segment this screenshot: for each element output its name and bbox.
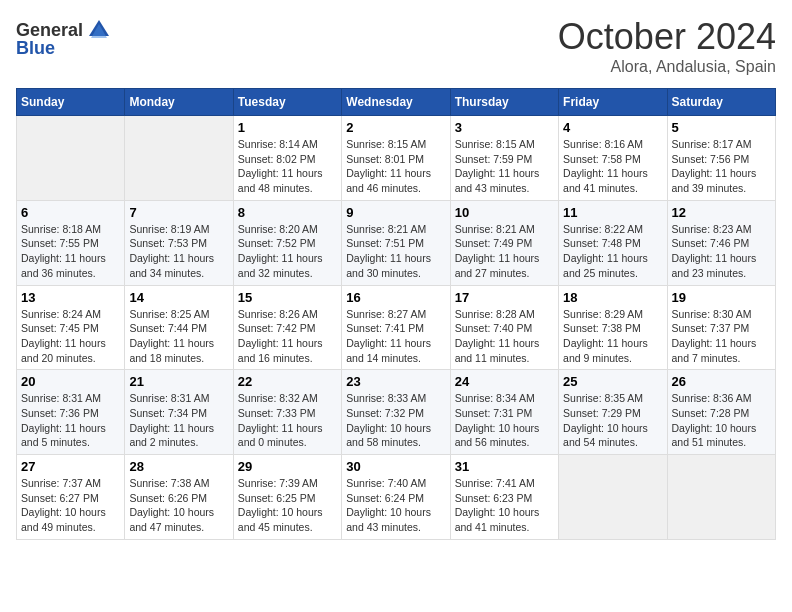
day-info: Sunrise: 8:19 AM Sunset: 7:53 PM Dayligh…: [129, 222, 228, 281]
calendar-cell: 8 Sunrise: 8:20 AM Sunset: 7:52 PM Dayli…: [233, 200, 341, 285]
day-number: 18: [563, 290, 662, 305]
sunset-text: Sunset: 7:28 PM: [672, 407, 750, 419]
sunrise-text: Sunrise: 7:40 AM: [346, 477, 426, 489]
sunset-text: Sunset: 6:24 PM: [346, 492, 424, 504]
calendar-cell: 16 Sunrise: 8:27 AM Sunset: 7:41 PM Dayl…: [342, 285, 450, 370]
sunset-text: Sunset: 7:52 PM: [238, 237, 316, 249]
calendar-cell: 4 Sunrise: 8:16 AM Sunset: 7:58 PM Dayli…: [559, 116, 667, 201]
daylight-text: Daylight: 11 hours and 32 minutes.: [238, 252, 323, 279]
calendar-cell: 2 Sunrise: 8:15 AM Sunset: 8:01 PM Dayli…: [342, 116, 450, 201]
day-number: 3: [455, 120, 554, 135]
day-number: 31: [455, 459, 554, 474]
calendar-cell: 26 Sunrise: 8:36 AM Sunset: 7:28 PM Dayl…: [667, 370, 775, 455]
sunrise-text: Sunrise: 7:39 AM: [238, 477, 318, 489]
daylight-text: Daylight: 10 hours and 41 minutes.: [455, 506, 540, 533]
day-info: Sunrise: 8:27 AM Sunset: 7:41 PM Dayligh…: [346, 307, 445, 366]
sunset-text: Sunset: 7:38 PM: [563, 322, 641, 334]
day-info: Sunrise: 8:34 AM Sunset: 7:31 PM Dayligh…: [455, 391, 554, 450]
calendar-cell: 9 Sunrise: 8:21 AM Sunset: 7:51 PM Dayli…: [342, 200, 450, 285]
daylight-text: Daylight: 11 hours and 34 minutes.: [129, 252, 214, 279]
day-info: Sunrise: 8:28 AM Sunset: 7:40 PM Dayligh…: [455, 307, 554, 366]
day-number: 27: [21, 459, 120, 474]
sunset-text: Sunset: 7:29 PM: [563, 407, 641, 419]
daylight-text: Daylight: 11 hours and 16 minutes.: [238, 337, 323, 364]
sunrise-text: Sunrise: 8:15 AM: [455, 138, 535, 150]
day-number: 15: [238, 290, 337, 305]
sunrise-text: Sunrise: 8:21 AM: [455, 223, 535, 235]
calendar-cell: 15 Sunrise: 8:26 AM Sunset: 7:42 PM Dayl…: [233, 285, 341, 370]
sunset-text: Sunset: 8:01 PM: [346, 153, 424, 165]
daylight-text: Daylight: 11 hours and 18 minutes.: [129, 337, 214, 364]
sunrise-text: Sunrise: 8:30 AM: [672, 308, 752, 320]
calendar-cell: 29 Sunrise: 7:39 AM Sunset: 6:25 PM Dayl…: [233, 455, 341, 540]
sunset-text: Sunset: 7:45 PM: [21, 322, 99, 334]
sunset-text: Sunset: 7:58 PM: [563, 153, 641, 165]
sunrise-text: Sunrise: 8:32 AM: [238, 392, 318, 404]
day-number: 9: [346, 205, 445, 220]
daylight-text: Daylight: 10 hours and 51 minutes.: [672, 422, 757, 449]
sunset-text: Sunset: 7:31 PM: [455, 407, 533, 419]
daylight-text: Daylight: 11 hours and 25 minutes.: [563, 252, 648, 279]
sunset-text: Sunset: 7:51 PM: [346, 237, 424, 249]
daylight-text: Daylight: 11 hours and 43 minutes.: [455, 167, 540, 194]
sunset-text: Sunset: 7:56 PM: [672, 153, 750, 165]
sunset-text: Sunset: 7:49 PM: [455, 237, 533, 249]
calendar-cell: 21 Sunrise: 8:31 AM Sunset: 7:34 PM Dayl…: [125, 370, 233, 455]
calendar-week-row: 27 Sunrise: 7:37 AM Sunset: 6:27 PM Dayl…: [17, 455, 776, 540]
calendar-week-row: 20 Sunrise: 8:31 AM Sunset: 7:36 PM Dayl…: [17, 370, 776, 455]
daylight-text: Daylight: 11 hours and 11 minutes.: [455, 337, 540, 364]
day-number: 20: [21, 374, 120, 389]
day-info: Sunrise: 7:40 AM Sunset: 6:24 PM Dayligh…: [346, 476, 445, 535]
sunrise-text: Sunrise: 8:35 AM: [563, 392, 643, 404]
calendar-cell: 1 Sunrise: 8:14 AM Sunset: 8:02 PM Dayli…: [233, 116, 341, 201]
daylight-text: Daylight: 10 hours and 43 minutes.: [346, 506, 431, 533]
sunrise-text: Sunrise: 7:41 AM: [455, 477, 535, 489]
sunset-text: Sunset: 6:27 PM: [21, 492, 99, 504]
sunrise-text: Sunrise: 8:27 AM: [346, 308, 426, 320]
day-info: Sunrise: 7:38 AM Sunset: 6:26 PM Dayligh…: [129, 476, 228, 535]
day-number: 7: [129, 205, 228, 220]
calendar-cell: 6 Sunrise: 8:18 AM Sunset: 7:55 PM Dayli…: [17, 200, 125, 285]
day-number: 21: [129, 374, 228, 389]
sunset-text: Sunset: 7:34 PM: [129, 407, 207, 419]
sunset-text: Sunset: 7:46 PM: [672, 237, 750, 249]
calendar-cell: [667, 455, 775, 540]
day-number: 13: [21, 290, 120, 305]
weekday-header: Wednesday: [342, 89, 450, 116]
calendar-cell: 22 Sunrise: 8:32 AM Sunset: 7:33 PM Dayl…: [233, 370, 341, 455]
daylight-text: Daylight: 11 hours and 23 minutes.: [672, 252, 757, 279]
calendar-cell: 27 Sunrise: 7:37 AM Sunset: 6:27 PM Dayl…: [17, 455, 125, 540]
sunrise-text: Sunrise: 8:25 AM: [129, 308, 209, 320]
sunrise-text: Sunrise: 8:22 AM: [563, 223, 643, 235]
daylight-text: Daylight: 11 hours and 14 minutes.: [346, 337, 431, 364]
calendar-cell: 17 Sunrise: 8:28 AM Sunset: 7:40 PM Dayl…: [450, 285, 558, 370]
weekday-header: Saturday: [667, 89, 775, 116]
daylight-text: Daylight: 11 hours and 41 minutes.: [563, 167, 648, 194]
calendar-week-row: 13 Sunrise: 8:24 AM Sunset: 7:45 PM Dayl…: [17, 285, 776, 370]
day-info: Sunrise: 8:32 AM Sunset: 7:33 PM Dayligh…: [238, 391, 337, 450]
day-info: Sunrise: 8:23 AM Sunset: 7:46 PM Dayligh…: [672, 222, 771, 281]
day-info: Sunrise: 8:17 AM Sunset: 7:56 PM Dayligh…: [672, 137, 771, 196]
sunset-text: Sunset: 7:55 PM: [21, 237, 99, 249]
daylight-text: Daylight: 10 hours and 58 minutes.: [346, 422, 431, 449]
calendar-cell: 20 Sunrise: 8:31 AM Sunset: 7:36 PM Dayl…: [17, 370, 125, 455]
calendar-cell: 11 Sunrise: 8:22 AM Sunset: 7:48 PM Dayl…: [559, 200, 667, 285]
sunrise-text: Sunrise: 8:16 AM: [563, 138, 643, 150]
sunrise-text: Sunrise: 7:37 AM: [21, 477, 101, 489]
calendar-cell: 18 Sunrise: 8:29 AM Sunset: 7:38 PM Dayl…: [559, 285, 667, 370]
calendar-cell: 31 Sunrise: 7:41 AM Sunset: 6:23 PM Dayl…: [450, 455, 558, 540]
sunrise-text: Sunrise: 8:18 AM: [21, 223, 101, 235]
weekday-header-row: SundayMondayTuesdayWednesdayThursdayFrid…: [17, 89, 776, 116]
day-info: Sunrise: 8:36 AM Sunset: 7:28 PM Dayligh…: [672, 391, 771, 450]
sunrise-text: Sunrise: 8:31 AM: [129, 392, 209, 404]
day-info: Sunrise: 7:37 AM Sunset: 6:27 PM Dayligh…: [21, 476, 120, 535]
day-number: 4: [563, 120, 662, 135]
day-info: Sunrise: 8:21 AM Sunset: 7:49 PM Dayligh…: [455, 222, 554, 281]
weekday-header: Sunday: [17, 89, 125, 116]
daylight-text: Daylight: 11 hours and 46 minutes.: [346, 167, 431, 194]
sunrise-text: Sunrise: 8:31 AM: [21, 392, 101, 404]
calendar-week-row: 6 Sunrise: 8:18 AM Sunset: 7:55 PM Dayli…: [17, 200, 776, 285]
sunset-text: Sunset: 7:32 PM: [346, 407, 424, 419]
calendar-cell: 3 Sunrise: 8:15 AM Sunset: 7:59 PM Dayli…: [450, 116, 558, 201]
sunrise-text: Sunrise: 8:26 AM: [238, 308, 318, 320]
